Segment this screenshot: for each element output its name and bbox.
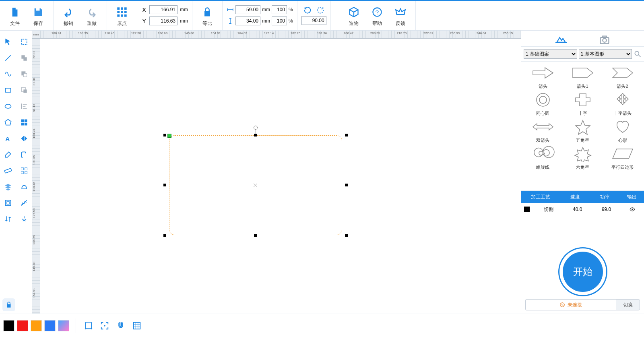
tab-camera[interactable] bbox=[599, 34, 610, 43]
switch-device-button[interactable]: 切换 bbox=[616, 299, 640, 310]
rotate-cw-icon[interactable] bbox=[316, 6, 325, 14]
resize-handle-sw[interactable] bbox=[163, 234, 166, 237]
w-unit: mm bbox=[262, 7, 270, 12]
array-tool[interactable] bbox=[16, 163, 32, 179]
category-select-2[interactable]: 1.基本图形 bbox=[579, 49, 632, 59]
align-tool[interactable] bbox=[16, 98, 32, 114]
category-select-1[interactable]: 1.基础图案 bbox=[524, 49, 577, 59]
palette-color[interactable] bbox=[31, 320, 42, 331]
layers-header-speed: 速度 bbox=[560, 194, 590, 201]
layer-row[interactable]: 切割40.099.0 bbox=[521, 203, 644, 216]
tab-shapes[interactable] bbox=[555, 34, 567, 43]
svg-point-33 bbox=[603, 38, 606, 42]
rect-tool[interactable] bbox=[0, 82, 16, 98]
shape-gallery: 箭头箭头1箭头2同心圆十字十字箭头双箭头五角星心形螺旋线六角星平行四边形 bbox=[521, 62, 644, 190]
shape-item[interactable]: 箭头2 bbox=[603, 64, 642, 89]
trace-tool[interactable] bbox=[16, 195, 32, 211]
shape-item[interactable]: 同心圆 bbox=[523, 91, 563, 116]
make-button[interactable]: 造物 bbox=[342, 4, 365, 29]
redo-button[interactable]: 重做 bbox=[80, 4, 103, 29]
ruler-h-tick: 191.36 bbox=[317, 31, 327, 35]
origin-button[interactable]: 原点 bbox=[110, 4, 134, 29]
palette-color[interactable] bbox=[58, 320, 69, 331]
shape-item[interactable]: 双箭头 bbox=[523, 118, 563, 143]
resize-handle-w[interactable] bbox=[163, 184, 166, 186]
left-toolbar: A bbox=[0, 31, 32, 314]
file-button[interactable]: 文件 bbox=[3, 4, 27, 29]
shape-item[interactable]: 箭头1 bbox=[563, 64, 603, 89]
palette-color[interactable] bbox=[3, 320, 14, 331]
outline-tool[interactable] bbox=[16, 179, 32, 195]
help-button[interactable]: ? 帮助 bbox=[365, 4, 389, 29]
shape-item[interactable]: 六角星 bbox=[563, 145, 603, 170]
height-percent-input[interactable] bbox=[272, 17, 287, 25]
curve-tool[interactable] bbox=[0, 66, 16, 82]
line-tool[interactable] bbox=[0, 50, 16, 66]
origin-handle[interactable] bbox=[167, 134, 171, 138]
lock-ratio-button[interactable]: 等比 bbox=[196, 4, 219, 29]
shape-item[interactable]: 心形 bbox=[603, 118, 642, 143]
svg-rect-42 bbox=[86, 323, 92, 329]
ruler-h-tick: 127.58 bbox=[131, 31, 141, 35]
search-icon[interactable] bbox=[634, 50, 642, 58]
sort-tool[interactable] bbox=[0, 211, 16, 227]
shape-item[interactable]: 十字箭头 bbox=[603, 91, 642, 116]
subtract-tool[interactable] bbox=[16, 66, 32, 82]
rotate-ccw-icon[interactable] bbox=[303, 6, 312, 14]
shape-item[interactable]: 箭头 bbox=[523, 64, 563, 89]
shape-name: 五角星 bbox=[576, 137, 589, 143]
intersect-tool[interactable] bbox=[16, 82, 32, 98]
width-percent-input[interactable] bbox=[272, 5, 287, 14]
mirror-tool[interactable] bbox=[16, 130, 32, 147]
shape-item[interactable]: 五角星 bbox=[563, 118, 603, 143]
text-tool[interactable]: A bbox=[0, 130, 16, 147]
x-input[interactable] bbox=[149, 5, 178, 14]
save-button[interactable]: 保存 bbox=[27, 4, 50, 29]
ellipse-tool[interactable] bbox=[0, 98, 16, 114]
shape-item[interactable]: 平行四边形 bbox=[603, 145, 642, 170]
lock-canvas-button[interactable] bbox=[2, 298, 15, 311]
svg-rect-1 bbox=[121, 7, 123, 10]
marquee-tool[interactable] bbox=[16, 34, 32, 50]
resize-handle-e[interactable] bbox=[345, 184, 348, 186]
shape-item[interactable]: 十字 bbox=[563, 91, 603, 116]
undo-button[interactable]: 撤销 bbox=[57, 4, 80, 29]
start-button[interactable]: 开始 bbox=[563, 252, 603, 292]
canvas[interactable] bbox=[40, 39, 521, 314]
magnet-button[interactable] bbox=[115, 320, 127, 332]
height-input[interactable] bbox=[235, 17, 260, 25]
ruler-vertical: 72.9082.0191.13100.24109.35118.46127.581… bbox=[32, 39, 40, 314]
eraser-tool[interactable] bbox=[0, 147, 16, 163]
rotation-input[interactable] bbox=[301, 16, 326, 25]
feedback-button[interactable]: 反馈 bbox=[389, 4, 412, 29]
ruler-v-tick: 154.91 bbox=[32, 282, 36, 298]
shape-item[interactable]: 螺旋线 bbox=[523, 145, 563, 170]
layer-output-toggle[interactable] bbox=[621, 207, 644, 212]
palette-color[interactable] bbox=[44, 320, 56, 331]
layers-tool[interactable] bbox=[0, 179, 16, 195]
select-tool[interactable] bbox=[0, 34, 16, 50]
width-input[interactable] bbox=[235, 5, 260, 14]
resize-handle-nw[interactable] bbox=[163, 134, 166, 136]
resize-handle-s[interactable] bbox=[254, 234, 257, 237]
resize-handle-se[interactable] bbox=[345, 234, 348, 237]
path-edit-tool[interactable] bbox=[16, 147, 32, 163]
focus-button[interactable] bbox=[99, 320, 111, 332]
polygon-tool[interactable] bbox=[0, 114, 16, 130]
w-pct: % bbox=[289, 7, 293, 12]
rotation-handle[interactable] bbox=[254, 126, 258, 130]
y-input[interactable] bbox=[149, 17, 178, 25]
laser-tool[interactable] bbox=[16, 211, 32, 227]
grid-tool[interactable] bbox=[16, 114, 32, 130]
grid-button[interactable] bbox=[131, 320, 143, 332]
crop-tool[interactable] bbox=[0, 195, 16, 211]
measure-tool[interactable] bbox=[0, 163, 16, 179]
palette-color[interactable] bbox=[17, 320, 28, 331]
resize-handle-n[interactable] bbox=[254, 134, 257, 136]
feedback-label: 反馈 bbox=[396, 20, 405, 27]
frame-button[interactable] bbox=[83, 320, 95, 332]
selected-shape[interactable] bbox=[169, 135, 342, 235]
resize-handle-ne[interactable] bbox=[345, 134, 348, 136]
union-tool[interactable] bbox=[16, 50, 32, 66]
canvas-area: mm 100.24109.35118.46127.58136.69145.801… bbox=[32, 31, 521, 314]
